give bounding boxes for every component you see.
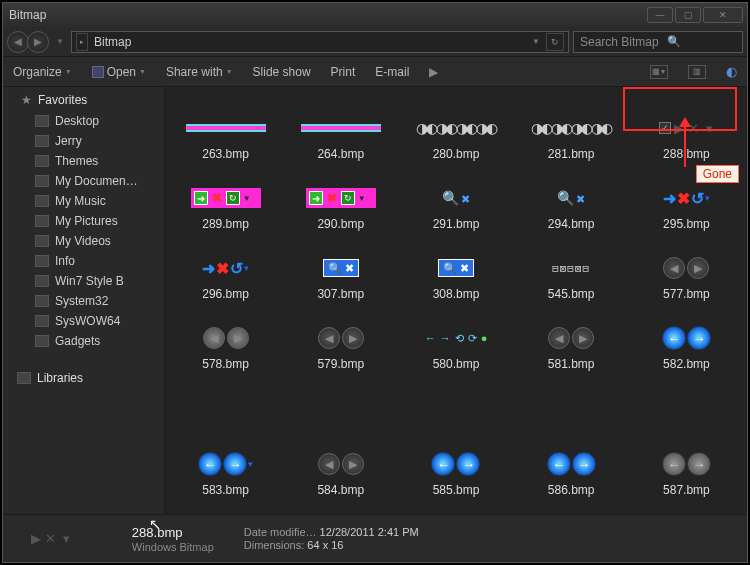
file-item[interactable]: ➜✖↺▾296.bmp [169, 235, 282, 301]
file-item[interactable]: ←→⟲⟳●580.bmp [399, 305, 512, 371]
file-name: 294.bmp [548, 217, 595, 231]
back-button[interactable]: ◀ [7, 31, 29, 53]
sidebar-item-my-documen-[interactable]: My Documen… [3, 171, 164, 191]
file-item[interactable]: 🔍✖308.bmp [399, 235, 512, 301]
maximize-button[interactable]: ▢ [675, 7, 701, 23]
file-item[interactable]: 264.bmp [284, 95, 397, 161]
file-name: 584.bmp [317, 483, 364, 497]
sidebar-item-my-videos[interactable]: My Videos [3, 231, 164, 251]
explorer-window: Bitmap — ▢ ✕ ◀ ▶ ▼ ▸ Bitmap ▼ ↻ Search B… [2, 2, 748, 563]
slideshow-button[interactable]: Slide show [253, 65, 311, 79]
file-item[interactable]: ✓ ▶ ✕ ▾288.bmp [630, 95, 743, 161]
folder-icon [35, 175, 49, 187]
sidebar-item-gadgets[interactable]: Gadgets [3, 331, 164, 351]
file-item[interactable]: 263.bmp [169, 95, 282, 161]
nav-row: ◀ ▶ ▼ ▸ Bitmap ▼ ↻ Search Bitmap 🔍 [3, 27, 747, 57]
details-pane: ▶ ✕ ▾ ↖ 288.bmp Windows Bitmap Date modi… [3, 514, 747, 562]
sidebar-item-my-music[interactable]: My Music [3, 191, 164, 211]
folder-icon: ▸ [76, 33, 88, 51]
sidebar-item-win7-style-b[interactable]: Win7 Style B [3, 271, 164, 291]
folder-icon [35, 315, 49, 327]
file-item[interactable]: ⊟⊠⊟⊠⊟545.bmp [515, 235, 628, 301]
history-dropdown[interactable]: ▼ [53, 31, 67, 53]
libraries-group[interactable]: Libraries [3, 367, 164, 389]
refresh-button[interactable]: ↻ [546, 33, 564, 51]
file-name: 290.bmp [317, 217, 364, 231]
sidebar-item-info[interactable]: Info [3, 251, 164, 271]
file-thumbnail [301, 113, 381, 143]
search-placeholder: Search Bitmap [580, 35, 659, 49]
file-name: 578.bmp [202, 357, 249, 371]
file-name: 586.bmp [548, 483, 595, 497]
sidebar-item-system32[interactable]: System32 [3, 291, 164, 311]
file-item[interactable]: ←→585.bmp [399, 431, 512, 497]
email-button[interactable]: E-mail [375, 65, 409, 79]
file-thumbnail: 🔍✖ [416, 253, 496, 283]
star-icon: ★ [21, 93, 32, 107]
file-thumbnail: ◀▶ [531, 323, 611, 353]
file-item[interactable]: ◀▶578.bmp [169, 305, 282, 371]
file-list[interactable]: 263.bmp264.bmp◑◐◑◐◑◐◑◐280.bmp◑◐◑◐◑◐◑◐281… [165, 87, 747, 514]
file-thumbnail: ←→ [531, 449, 611, 479]
address-bar[interactable]: ▸ Bitmap ▼ ↻ [71, 31, 569, 53]
file-thumbnail [186, 113, 266, 143]
file-item[interactable]: ◀▶577.bmp [630, 235, 743, 301]
file-thumbnail: ◀▶ [646, 253, 726, 283]
libraries-icon [17, 372, 31, 384]
file-thumbnail: ←→ [646, 323, 726, 353]
file-item[interactable]: ←→▾583.bmp [169, 431, 282, 497]
file-item[interactable]: ←→586.bmp [515, 431, 628, 497]
file-item[interactable]: ◀▶584.bmp [284, 431, 397, 497]
folder-icon [35, 195, 49, 207]
file-name: 281.bmp [548, 147, 595, 161]
file-thumbnail: ←→ [646, 449, 726, 479]
file-name: 295.bmp [663, 217, 710, 231]
sidebar-item-my-pictures[interactable]: My Pictures [3, 211, 164, 231]
organize-menu[interactable]: Organize▼ [13, 65, 72, 79]
search-icon: 🔍 [667, 35, 681, 48]
file-item[interactable]: ◀▶579.bmp [284, 305, 397, 371]
file-item[interactable]: ◀▶581.bmp [515, 305, 628, 371]
file-name: 545.bmp [548, 287, 595, 301]
minimize-button[interactable]: — [647, 7, 673, 23]
view-options-button[interactable]: ▦ ▼ [650, 65, 668, 79]
status-filename: 288.bmp [132, 525, 214, 540]
close-button[interactable]: ✕ [703, 7, 743, 23]
sidebar-item-jerry[interactable]: Jerry [3, 131, 164, 151]
file-thumbnail: ⊟⊠⊟⊠⊟ [531, 253, 611, 283]
sidebar-item-syswow64[interactable]: SysWOW64 [3, 311, 164, 331]
share-menu[interactable]: Share with▼ [166, 65, 233, 79]
file-item[interactable]: ←→582.bmp [630, 305, 743, 371]
file-thumbnail: ◀▶ [301, 323, 381, 353]
sidebar-item-themes[interactable]: Themes [3, 151, 164, 171]
open-menu[interactable]: Open▼ [92, 65, 146, 79]
file-item[interactable]: ➜✖↻▼289.bmp [169, 165, 282, 231]
folder-icon [35, 335, 49, 347]
favorites-group[interactable]: ★ Favorites [3, 89, 164, 111]
forward-button[interactable]: ▶ [27, 31, 49, 53]
file-thumbnail: ➜✖↺▾ [186, 253, 266, 283]
file-thumbnail: ✓ ▶ ✕ ▾ [646, 113, 726, 143]
file-name: 288.bmp [663, 147, 710, 161]
command-bar: Organize▼ Open▼ Share with▼ Slide show P… [3, 57, 747, 87]
folder-icon [35, 295, 49, 307]
file-name: 581.bmp [548, 357, 595, 371]
more-commands[interactable]: ▶ [429, 65, 438, 79]
file-item[interactable]: 🔍✖291.bmp [399, 165, 512, 231]
file-name: 263.bmp [202, 147, 249, 161]
file-item[interactable]: ◑◐◑◐◑◐◑◐281.bmp [515, 95, 628, 161]
search-box[interactable]: Search Bitmap 🔍 [573, 31, 743, 53]
file-item[interactable]: ◑◐◑◐◑◐◑◐280.bmp [399, 95, 512, 161]
file-item[interactable]: 🔍✖307.bmp [284, 235, 397, 301]
file-item[interactable]: ←→587.bmp [630, 431, 743, 497]
folder-icon [35, 235, 49, 247]
sidebar-item-desktop[interactable]: Desktop [3, 111, 164, 131]
file-item[interactable]: 🔍✖294.bmp [515, 165, 628, 231]
annotation-label: Gone [696, 165, 739, 183]
print-button[interactable]: Print [331, 65, 356, 79]
file-item[interactable]: ➜✖↻▼290.bmp [284, 165, 397, 231]
help-button[interactable]: ◐ [726, 64, 737, 79]
address-dropdown-icon[interactable]: ▼ [532, 37, 540, 46]
preview-pane-button[interactable]: ▥ [688, 65, 706, 79]
folder-icon [35, 275, 49, 287]
